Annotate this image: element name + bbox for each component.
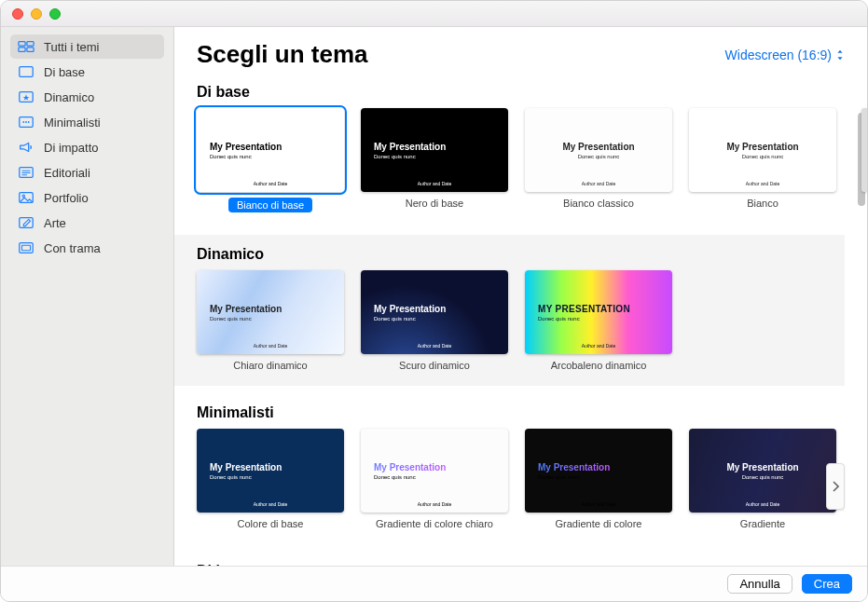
theme-section: Di baseMy PresentationDonec quis nuncAut… xyxy=(174,73,845,227)
theme-thumbnail[interactable]: My PresentationDonec quis nuncAuthor and… xyxy=(525,429,672,529)
sidebar-item-tutti-i-temi[interactable]: Tutti i temi xyxy=(10,34,164,59)
preview-title: My Presentation xyxy=(210,304,344,314)
sidebar-item-label: Editoriali xyxy=(44,166,90,180)
theme-thumbnail[interactable]: My PresentationDonec quis nuncAuthor and… xyxy=(689,429,836,529)
preview-footer: Author and Date xyxy=(525,181,672,186)
svg-rect-16 xyxy=(20,218,33,228)
theme-label: Bianco xyxy=(747,198,778,209)
theme-preview: My PresentationDonec quis nuncAuthor and… xyxy=(197,429,344,513)
theme-section: MinimalistiMy PresentationDonec quis nun… xyxy=(174,393,845,544)
theme-preview: My PresentationDonec quis nuncAuthor and… xyxy=(689,429,836,513)
create-button[interactable]: Crea xyxy=(802,574,852,594)
theme-thumbnail[interactable]: My PresentationDonec quis nuncAuthor and… xyxy=(197,108,344,212)
preview-title: My Presentation xyxy=(210,142,344,152)
theme-thumbnail[interactable]: My PresentationDonec quis nuncAuthor and… xyxy=(197,429,344,529)
theme-thumbnail[interactable]: My PresentationDonec quis nuncAuthor and… xyxy=(361,270,508,371)
header: Scegli un tema Widescreen (16:9) xyxy=(174,27,867,73)
aspect-ratio-label: Widescreen (16:9) xyxy=(725,48,832,62)
main-area: Scegli un tema Widescreen (16:9) Di base… xyxy=(174,27,867,566)
svg-rect-17 xyxy=(20,243,33,253)
theme-preview: My PresentationDonec quis nuncAuthor and… xyxy=(361,108,508,192)
preview-footer: Author and Date xyxy=(361,181,508,186)
megaphone-icon xyxy=(18,140,34,155)
preview-title: My Presentation xyxy=(538,462,672,472)
row-next-button[interactable] xyxy=(826,463,845,510)
section-title: Dinamico xyxy=(174,235,845,270)
sidebar-item-di-impatto[interactable]: Di impatto xyxy=(10,135,164,159)
sidebar-item-arte[interactable]: Arte xyxy=(10,211,164,235)
theme-section: DinamicoMy PresentationDonec quis nuncAu… xyxy=(174,235,845,386)
preview-subtitle: Donec quis nunc xyxy=(742,474,784,480)
preview-subtitle: Donec quis nunc xyxy=(210,474,344,480)
preview-subtitle: Donec quis nunc xyxy=(742,154,784,159)
preview-subtitle: Donec quis nunc xyxy=(374,316,508,322)
preview-subtitle: Donec quis nunc xyxy=(578,154,620,159)
page-title: Scegli un tema xyxy=(197,40,368,69)
photo-icon xyxy=(18,190,34,205)
theme-thumbnail[interactable]: My PresentationDonec quis nuncAuthor and… xyxy=(525,108,672,212)
svg-point-9 xyxy=(28,121,30,123)
preview-subtitle: Donec quis nunc xyxy=(210,316,344,322)
theme-thumbnail[interactable]: My PresentationDonec quis nuncAuthor and… xyxy=(197,270,344,371)
preview-footer: Author and Date xyxy=(361,501,508,507)
theme-thumbnail[interactable]: My PresentationDonec quis nuncAuthor and… xyxy=(361,429,508,529)
close-window-button[interactable] xyxy=(12,8,23,20)
sidebar-item-editoriali[interactable]: Editoriali xyxy=(10,160,164,185)
preview-footer: Author and Date xyxy=(197,343,344,349)
theme-row: My PresentationDonec quis nuncAuthor and… xyxy=(174,270,845,386)
preview-title: My Presentation xyxy=(210,462,344,472)
square-icon xyxy=(18,64,34,79)
svg-point-7 xyxy=(22,121,24,123)
preview-subtitle: Donec quis nunc xyxy=(210,154,344,159)
zoom-window-button[interactable] xyxy=(49,8,61,20)
svg-rect-1 xyxy=(27,42,34,47)
theme-scroll-area[interactable]: Di baseMy PresentationDonec quis nuncAut… xyxy=(174,73,867,566)
sidebar-item-label: Portfolio xyxy=(44,191,89,205)
theme-row: My PresentationDonec quis nuncAuthor and… xyxy=(174,429,845,544)
theme-label: Gradiente xyxy=(740,518,785,529)
theme-preview: My PresentationDonec quis nuncAuthor and… xyxy=(525,429,672,513)
dots-icon xyxy=(18,115,34,130)
theme-thumbnail[interactable]: MY PRESENTATIONDonec quis nuncAuthor and… xyxy=(525,270,672,371)
sidebar-item-dinamico[interactable]: Dinamico xyxy=(10,85,164,109)
sidebar-item-con-trama[interactable]: Con trama xyxy=(10,236,164,260)
sidebar-item-portfolio[interactable]: Portfolio xyxy=(10,185,164,210)
theme-label: Nero di base xyxy=(406,198,463,209)
theme-label: Colore di base xyxy=(238,518,304,529)
section-title: Di base xyxy=(174,73,845,108)
frame-icon xyxy=(18,240,34,255)
theme-thumbnail[interactable]: My PresentationDonec quis nuncAuthor and… xyxy=(361,108,508,212)
cancel-button[interactable]: Annulla xyxy=(727,574,792,594)
svg-point-8 xyxy=(25,121,27,123)
sparkle-icon xyxy=(18,89,34,104)
sidebar-item-label: Con trama xyxy=(44,241,101,255)
sidebar: Tutti i temiDi baseDinamicoMinimalistiDi… xyxy=(1,27,174,566)
bottom-bar: Annulla Crea xyxy=(1,566,867,601)
theme-label: Chiaro dinamico xyxy=(233,360,307,371)
section-title: Minimalisti xyxy=(174,393,845,429)
preview-title: My Presentation xyxy=(374,462,508,472)
preview-title: My Presentation xyxy=(562,142,634,152)
theme-preview: My PresentationDonec quis nuncAuthor and… xyxy=(197,108,344,192)
lines-icon xyxy=(18,165,34,180)
chevron-right-icon xyxy=(832,481,839,492)
theme-thumbnail[interactable]: My PresentationDonec quis nuncAuthor and… xyxy=(689,108,836,212)
sidebar-item-label: Minimalisti xyxy=(44,116,101,130)
body-area: Tutti i temiDi baseDinamicoMinimalistiDi… xyxy=(1,27,867,566)
theme-preview: MY PRESENTATIONDonec quis nuncAuthor and… xyxy=(525,270,672,354)
theme-preview: My PresentationDonec quis nuncAuthor and… xyxy=(525,108,672,192)
preview-title: MY PRESENTATION xyxy=(538,304,672,314)
section-title: Di impatto xyxy=(174,552,845,566)
svg-point-15 xyxy=(22,195,24,197)
updown-chevron-icon xyxy=(835,49,845,61)
aspect-ratio-picker[interactable]: Widescreen (16:9) xyxy=(725,48,845,62)
window-titlebar xyxy=(1,1,867,27)
theme-preview: My PresentationDonec quis nuncAuthor and… xyxy=(361,270,508,354)
minimize-window-button[interactable] xyxy=(31,8,42,20)
grid-2x2-icon xyxy=(18,39,34,54)
sidebar-item-minimalisti[interactable]: Minimalisti xyxy=(10,110,164,134)
sidebar-item-di-base[interactable]: Di base xyxy=(10,60,164,84)
sidebar-item-label: Di impatto xyxy=(44,141,99,155)
sidebar-item-label: Arte xyxy=(44,216,66,230)
preview-footer: Author and Date xyxy=(361,343,508,349)
